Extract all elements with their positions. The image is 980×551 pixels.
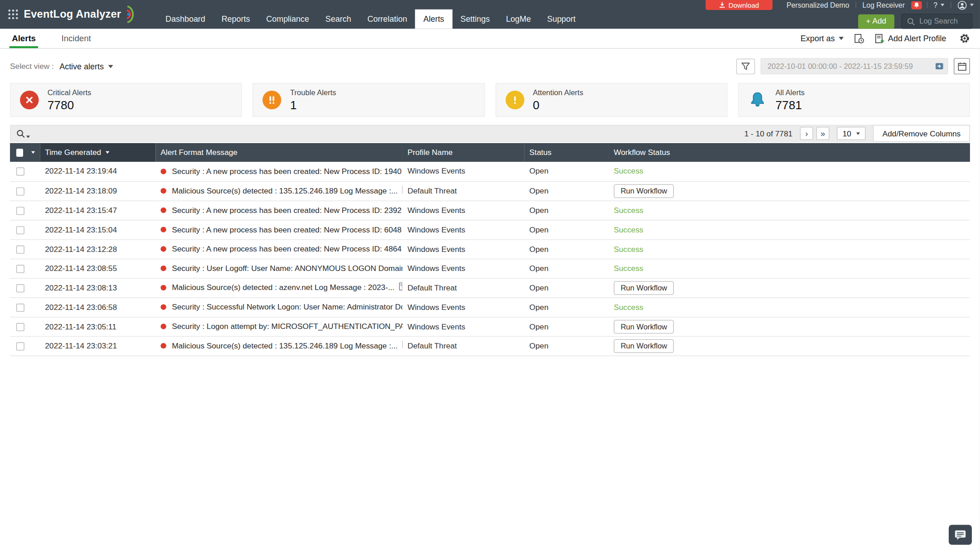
nav-item-support[interactable]: Support bbox=[539, 10, 584, 29]
table-row[interactable]: 2022-11-14 23:18:09Malicious Source(s) d… bbox=[10, 181, 970, 201]
row-checkbox[interactable] bbox=[16, 226, 24, 234]
add-remove-columns-button[interactable]: Add/Remove Columns bbox=[873, 125, 970, 142]
severity-dot-icon bbox=[160, 227, 166, 232]
tab-alerts[interactable]: Alerts bbox=[10, 29, 38, 48]
card-label: Trouble Alerts bbox=[290, 88, 336, 97]
table-row[interactable]: 2022-11-14 23:05:11Security : Logon atte… bbox=[10, 317, 970, 336]
alert-message-link[interactable]: Malicious Source(s) detected : 135.125.2… bbox=[172, 187, 398, 195]
table-row[interactable]: 2022-11-14 23:12:28Security : A new proc… bbox=[10, 239, 970, 259]
last-page-button[interactable]: » bbox=[816, 127, 830, 140]
row-checkbox[interactable] bbox=[16, 323, 24, 331]
run-workflow-button[interactable]: Run Workflow bbox=[614, 339, 674, 353]
add-profile-icon bbox=[875, 34, 884, 44]
calendar-button[interactable] bbox=[954, 58, 970, 74]
table-row[interactable]: 2022-11-14 23:03:21Malicious Source(s) d… bbox=[10, 336, 970, 356]
workflow-status-cell: Run Workflow bbox=[609, 181, 970, 201]
row-checkbox[interactable] bbox=[16, 187, 24, 195]
run-workflow-button[interactable]: Run Workflow bbox=[614, 184, 674, 198]
personalized-demo-link[interactable]: Personalized Demo bbox=[780, 1, 855, 9]
column-status[interactable]: Status bbox=[524, 143, 609, 162]
download-icon bbox=[719, 2, 724, 8]
alert-message-link[interactable]: Security : A new process has been create… bbox=[172, 245, 403, 253]
alert-message-link[interactable]: Security : A new process has been create… bbox=[172, 167, 403, 176]
chevron-down-icon bbox=[839, 37, 844, 40]
view-log-icon[interactable] bbox=[402, 186, 403, 196]
table-row[interactable]: 2022-11-14 23:19:44Security : A new proc… bbox=[10, 162, 970, 181]
view-log-icon[interactable] bbox=[399, 282, 403, 293]
summary-card-all[interactable]: All Alerts7781 bbox=[738, 83, 970, 116]
page-size-select[interactable]: 10 bbox=[837, 127, 865, 140]
tab-incident[interactable]: Incident bbox=[59, 29, 92, 48]
nav-item-search[interactable]: Search bbox=[317, 10, 359, 29]
column-workflow-status[interactable]: Workflow Status bbox=[609, 143, 970, 162]
add-button[interactable]: + Add bbox=[858, 14, 894, 29]
row-checkbox[interactable] bbox=[16, 265, 24, 273]
date-range-input[interactable]: 2022-10-01 00:00:00 - 2022-11-15 23:59:5… bbox=[761, 58, 948, 74]
download-button[interactable]: Download bbox=[705, 0, 773, 10]
table-row[interactable]: 2022-11-14 23:15:04Security : A new proc… bbox=[10, 220, 970, 239]
log-receiver-link[interactable]: Log Receiver bbox=[856, 1, 911, 9]
alert-message-link[interactable]: Security : Successful Network Logon: Use… bbox=[172, 303, 403, 312]
workflow-status-cell: Run Workflow bbox=[609, 336, 970, 356]
run-workflow-button[interactable]: Run Workflow bbox=[614, 281, 674, 295]
row-checkbox[interactable] bbox=[16, 207, 24, 215]
add-alert-profile-button[interactable]: Add Alert Profile bbox=[875, 34, 946, 44]
alert-message-link[interactable]: Malicious Source(s) detected : 135.125.2… bbox=[172, 342, 398, 350]
alert-message-link[interactable]: Malicious Source(s) detected : azenv.net… bbox=[172, 283, 394, 292]
profile-name-cell: Default Threat bbox=[403, 278, 524, 298]
row-checkbox[interactable] bbox=[16, 245, 24, 253]
alert-message-cell: Security : A new process has been create… bbox=[155, 239, 403, 259]
chat-widget-button[interactable] bbox=[949, 525, 972, 545]
view-selector[interactable]: Active alerts bbox=[59, 62, 113, 71]
settings-gear-icon[interactable] bbox=[959, 33, 970, 44]
summary-card-trouble[interactable]: Trouble Alerts1 bbox=[252, 83, 485, 116]
column-alert-format-message[interactable]: Alert Format Message bbox=[155, 143, 403, 162]
row-checkbox[interactable] bbox=[16, 284, 24, 292]
nav-item-settings[interactable]: Settings bbox=[452, 10, 498, 29]
tab-bar: Alerts Incident Export as Add Alert Prof… bbox=[0, 29, 980, 48]
log-search-placeholder: Log Search bbox=[919, 17, 958, 25]
table-row[interactable]: 2022-11-14 23:08:55Security : User Logof… bbox=[10, 259, 970, 278]
table-row[interactable]: 2022-11-14 23:15:47Security : A new proc… bbox=[10, 201, 970, 220]
date-shortcut-icon[interactable] bbox=[935, 62, 944, 71]
app-grid-icon[interactable] bbox=[8, 9, 19, 20]
summary-card-attention[interactable]: Attention Alerts0 bbox=[495, 83, 728, 116]
nav-item-correlation[interactable]: Correlation bbox=[359, 10, 416, 29]
row-checkbox[interactable] bbox=[16, 304, 24, 312]
summary-card-critical[interactable]: Critical Alerts7780 bbox=[10, 83, 242, 116]
notification-badge-icon[interactable] bbox=[911, 1, 922, 9]
schedule-report-icon[interactable] bbox=[854, 34, 864, 44]
nav-item-compliance[interactable]: Compliance bbox=[258, 10, 317, 29]
table-row[interactable]: 2022-11-14 23:08:13Malicious Source(s) d… bbox=[10, 278, 970, 298]
select-dropdown-icon[interactable] bbox=[31, 151, 35, 154]
top-navigation: EventLog Analyzer DashboardReportsCompli… bbox=[0, 0, 980, 29]
alert-message-link[interactable]: Security : A new process has been create… bbox=[172, 206, 403, 215]
view-log-icon[interactable] bbox=[402, 340, 403, 351]
alert-message-link[interactable]: Security : Logon attempt by: MICROSOFT_A… bbox=[172, 322, 403, 331]
column-profile-name[interactable]: Profile Name bbox=[403, 143, 524, 162]
workflow-status-cell: Success bbox=[609, 297, 970, 317]
help-menu[interactable]: ? bbox=[927, 1, 951, 9]
nav-item-alerts[interactable]: Alerts bbox=[415, 10, 452, 29]
user-menu[interactable] bbox=[951, 0, 980, 10]
alert-message-link[interactable]: Security : A new process has been create… bbox=[172, 226, 403, 234]
row-checkbox[interactable] bbox=[16, 342, 24, 350]
nav-item-dashboard[interactable]: Dashboard bbox=[157, 10, 213, 29]
table-search-button[interactable] bbox=[16, 129, 30, 138]
alert-message-link[interactable]: Security : User Logoff: User Name: ANONY… bbox=[172, 264, 403, 273]
nav-item-logme[interactable]: LogMe bbox=[498, 10, 539, 29]
search-icon bbox=[907, 17, 915, 25]
table-row[interactable]: 2022-11-14 23:06:58Security : Successful… bbox=[10, 297, 970, 317]
nav-item-reports[interactable]: Reports bbox=[213, 10, 258, 29]
workflow-status-cell: Run Workflow bbox=[609, 278, 970, 298]
row-checkbox[interactable] bbox=[16, 168, 24, 176]
time-generated-cell: 2022-11-14 23:05:11 bbox=[40, 317, 155, 336]
next-page-button[interactable]: › bbox=[800, 127, 813, 140]
workflow-success-label: Success bbox=[614, 303, 643, 311]
log-search-input[interactable]: Log Search bbox=[901, 14, 972, 29]
select-all-checkbox[interactable] bbox=[16, 148, 23, 156]
filter-button[interactable] bbox=[736, 58, 755, 74]
run-workflow-button[interactable]: Run Workflow bbox=[614, 319, 674, 333]
column-time-generated[interactable]: Time Generated bbox=[40, 143, 155, 162]
export-as-menu[interactable]: Export as bbox=[800, 34, 844, 43]
